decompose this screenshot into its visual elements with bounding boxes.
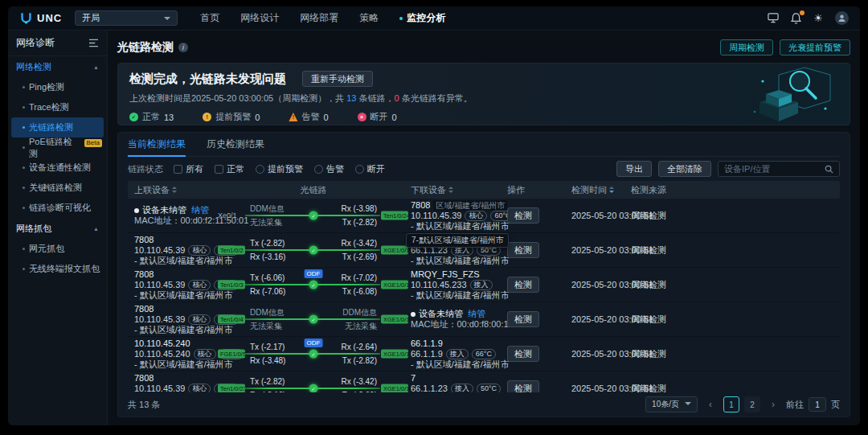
downlink-port[interactable]: XGE1/0/1 xyxy=(381,384,408,393)
site-selector-dropdown[interactable]: 开局 xyxy=(75,10,178,26)
downlink-port[interactable]: XGE1/0/1 xyxy=(381,246,408,255)
theme-toggle-icon[interactable]: ☀ xyxy=(813,12,823,24)
detect-button[interactable]: 检测 xyxy=(507,242,539,258)
role-badge: 接入 xyxy=(451,384,473,393)
prev-page-button[interactable]: ‹ xyxy=(702,396,719,412)
results-panel: 当前检测结果历史检测结果 链路状态 所有正常提前预警告警断开 导出 全部清除 设… xyxy=(117,132,850,417)
uplink-port[interactable]: Ten1/0/23 xyxy=(218,384,245,393)
next-page-button[interactable]: › xyxy=(765,396,781,412)
column-header-1: 光链路 xyxy=(216,184,411,196)
nav-item-4[interactable]: 策略 xyxy=(359,11,379,25)
uplink-port[interactable]: Ten1/0/3 xyxy=(218,281,245,289)
device-name-line: 7808 xyxy=(134,235,216,245)
goto-page-input[interactable]: 1 xyxy=(809,397,826,412)
sidebar-item-无线终端报文抓包[interactable]: 无线终端报文抓包 xyxy=(8,259,107,279)
export-button[interactable]: 导出 xyxy=(616,161,652,177)
uplink-port[interactable]: Ten1/0/4 xyxy=(218,315,245,324)
detect-button[interactable]: 检测 xyxy=(507,207,539,224)
link-value: Rx (-3.16) xyxy=(250,252,285,261)
table-body: 设备未纳管纳管MAC地址：00:d0:f2:11:50:01✓Xe0/1DDM信… xyxy=(128,199,840,392)
temperature-badge: 66°C xyxy=(472,349,496,359)
uplink-cell: 780810.110.45.39核心60°C- 默认区域/福建省/福州市 xyxy=(128,371,216,392)
table-row: 设备未纳管纳管MAC地址：00:d0:f2:11:50:01✓Xe0/1DDM信… xyxy=(128,199,840,233)
stat-down: ×断开0 xyxy=(358,111,397,123)
alarm-status-icon: ! xyxy=(289,113,297,121)
filter-option-告警[interactable]: 告警 xyxy=(314,163,344,175)
device-ip-line: 10.110.45.39核心60°C xyxy=(134,314,216,325)
avatar[interactable] xyxy=(835,11,849,25)
sort-icon[interactable] xyxy=(609,184,614,195)
filter-option-断开[interactable]: 断开 xyxy=(355,163,385,175)
sidebar-item-设备连通性检测[interactable]: 设备连通性检测 xyxy=(8,158,107,178)
page-action-button-0[interactable]: 周期检测 xyxy=(720,39,773,55)
detect-button[interactable]: 检测 xyxy=(507,380,539,392)
search-input[interactable]: 设备IP/位置 xyxy=(718,161,840,177)
link-value: 无法采集 xyxy=(345,322,377,330)
sidebar-group-0[interactable]: 网络检测▲ xyxy=(8,56,107,77)
page-button-1[interactable]: 1 xyxy=(723,396,739,412)
sort-icon[interactable] xyxy=(172,184,177,195)
tab-1[interactable]: 历史检测结果 xyxy=(207,133,264,156)
nav-item-5[interactable]: 监控分析 xyxy=(399,11,445,25)
stat-ok: ✓正常13 xyxy=(129,111,174,123)
time-cell: 2025-05-20 03:00:51 xyxy=(571,337,631,371)
collapse-sidebar-icon[interactable] xyxy=(88,39,99,47)
nav-item-label: 网络设计 xyxy=(240,11,279,25)
nav-item-2[interactable]: 网络设计 xyxy=(240,11,279,25)
manage-link[interactable]: 纳管 xyxy=(191,205,209,215)
sidebar-item-PoE链路检测[interactable]: PoE链路检测Beta xyxy=(8,137,107,158)
detect-button[interactable]: 检测 xyxy=(507,311,539,327)
detect-button[interactable]: 检测 xyxy=(507,346,539,362)
sort-icon[interactable] xyxy=(448,184,453,195)
downlink-port[interactable]: XGE1/0/1 xyxy=(381,350,408,359)
bell-icon[interactable] xyxy=(791,13,801,24)
device-name: MRQY_FJS_FZS xyxy=(411,269,480,280)
column-header-2[interactable]: 下联设备 xyxy=(411,184,507,196)
sidebar-group-label: 网络抓包 xyxy=(16,223,51,235)
page-button-2[interactable]: 2 xyxy=(744,396,760,412)
manage-link[interactable]: 纳管 xyxy=(468,309,485,319)
sidebar-title: 网络诊断 xyxy=(16,36,55,50)
ok-status-icon: ✓ xyxy=(129,113,138,121)
time-cell: 2025-05-20 03:00:51 xyxy=(571,233,631,267)
sidebar-group-1[interactable]: 网络抓包▲ xyxy=(8,218,107,239)
column-header-label: 下联设备 xyxy=(411,184,446,196)
downlink-port[interactable]: XGE1/0/1 xyxy=(381,315,408,324)
column-header-4[interactable]: 检测时间 xyxy=(571,184,631,196)
console-icon[interactable] xyxy=(768,13,779,23)
sidebar-item-链路诊断可视化[interactable]: 链路诊断可视化 xyxy=(8,198,107,218)
uplink-port[interactable]: Xe0/1 xyxy=(218,211,237,220)
page-size-select[interactable]: 10条/页 xyxy=(645,396,698,412)
nav-item-1[interactable]: 首页 xyxy=(200,11,219,25)
sidebar-item-label: Trace检测 xyxy=(29,101,69,113)
sidebar-item-光链路检测[interactable]: 光链路检测 xyxy=(11,117,104,137)
detect-button[interactable]: 检测 xyxy=(507,277,539,293)
sidebar-item-关键链路检测[interactable]: 关键链路检测 xyxy=(8,178,107,198)
filter-option-提前预警[interactable]: 提前预警 xyxy=(256,163,303,175)
tab-0[interactable]: 当前检测结果 xyxy=(128,133,186,156)
clear-all-button[interactable]: 全部清除 xyxy=(658,161,711,177)
page-action-button-1[interactable]: 光衰提前预警 xyxy=(780,39,850,55)
stat-warn: !提前预警0 xyxy=(203,111,260,123)
sidebar-item-Ping检测[interactable]: Ping检测 xyxy=(8,77,107,97)
device-name: 7808 xyxy=(411,200,430,211)
uplink-port[interactable]: Ten1/0/2 xyxy=(218,246,245,255)
sidebar-item-网元抓包[interactable]: 网元抓包 xyxy=(8,239,107,259)
downlink-port[interactable]: Ten1/0/24 xyxy=(381,211,408,220)
role-badge: 核心 xyxy=(194,349,216,359)
time-cell: 2025-05-20 03:00:51 xyxy=(571,199,631,232)
info-icon[interactable]: i xyxy=(178,43,188,52)
sidebar-item-Trace检测[interactable]: Trace检测 xyxy=(8,97,107,117)
nav-item-3[interactable]: 网络部署 xyxy=(300,11,338,25)
device-name-line: 66.1.1.9 xyxy=(411,339,507,349)
uplink-port[interactable]: FGE1/0/5 xyxy=(218,350,245,359)
item-bullet-icon xyxy=(23,86,25,88)
stat-value: 13 xyxy=(164,113,174,122)
filter-option-所有[interactable]: 所有 xyxy=(174,163,203,175)
downlink-port[interactable]: XGE1/0/1 xyxy=(381,281,408,289)
column-header-0[interactable]: 上联设备 xyxy=(128,184,216,196)
filter-option-正常[interactable]: 正常 xyxy=(215,163,244,175)
device-name: 66.1.1.9 xyxy=(411,339,443,349)
sidebar-item-label: 设备连通性检测 xyxy=(29,162,91,174)
manual-detect-button[interactable]: 重新手动检测 xyxy=(302,71,373,87)
